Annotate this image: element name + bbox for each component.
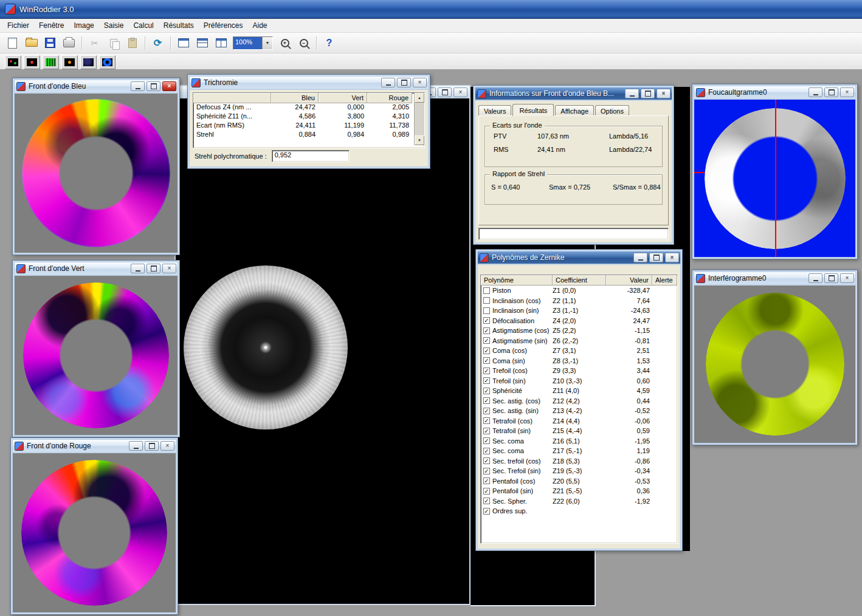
cascade-windows-button[interactable] <box>174 35 192 52</box>
minimize-button[interactable] <box>381 78 395 87</box>
maximize-button[interactable] <box>147 81 160 91</box>
maximize-button[interactable] <box>824 273 838 283</box>
minimize-button[interactable] <box>131 264 145 273</box>
zernike-row[interactable]: ✓DéfocalisationZ4 (2,0)24,47 <box>481 316 677 326</box>
close-button[interactable]: × <box>162 81 176 91</box>
zernike-row[interactable]: ✓Sec. Spher.Z22 (6,0)-1,92 <box>481 496 677 507</box>
zernike-checkbox[interactable]: ✓ <box>483 488 490 495</box>
window-titlebar[interactable]: Trichromie × <box>190 77 428 89</box>
image-tool-button-4[interactable] <box>61 55 78 69</box>
copy-button[interactable] <box>105 35 122 52</box>
zernike-checkbox[interactable]: ✓ <box>483 508 490 515</box>
tile-horizontal-button[interactable] <box>193 35 211 52</box>
zernike-row[interactable]: ✓Tetrafoil (cos)Z14 (4,4)-0,06 <box>481 416 677 426</box>
close-button[interactable]: × <box>657 89 671 98</box>
zernike-checkbox[interactable]: ✓ <box>483 388 490 394</box>
refresh-button[interactable]: ⟳ <box>149 35 167 52</box>
minimize-button[interactable] <box>809 87 822 97</box>
column-header-alerte[interactable]: Alerte <box>652 275 677 286</box>
close-button[interactable]: × <box>162 264 176 273</box>
window-titlebar[interactable]: Informations sur Front d'onde Bleu B... … <box>475 87 672 100</box>
window-titlebar[interactable]: Front d'onde Bleu × <box>15 80 178 92</box>
zoom-out-button[interactable]: − <box>295 35 312 52</box>
zernike-row[interactable]: ✓Sec. comaZ16 (5,1)-1,95 <box>481 436 677 447</box>
zernike-checkbox[interactable] <box>483 287 490 294</box>
print-button[interactable] <box>60 35 78 52</box>
cut-button[interactable]: ✂ <box>86 35 103 52</box>
zernike-row[interactable]: ✓Astigmatisme (sin)Z6 (2,-2)-0,81 <box>481 336 677 346</box>
menu-item-aide[interactable]: Aide <box>248 19 272 32</box>
zernike-checkbox[interactable]: ✓ <box>483 317 490 324</box>
open-button[interactable] <box>22 35 40 52</box>
maximize-button[interactable] <box>824 87 838 97</box>
maximize-button[interactable] <box>649 253 663 262</box>
window-titlebar[interactable]: Interférogramme0 × <box>694 272 855 284</box>
minimize-button[interactable] <box>131 81 145 91</box>
zernike-row[interactable]: ✓Pentafoil (cos)Z20 (5,5)-0,53 <box>481 476 677 487</box>
menu-item-image[interactable]: Image <box>69 19 98 32</box>
trichromie-row[interactable]: Ecart (nm RMS)24,41111,19911,738 <box>193 121 424 131</box>
close-button[interactable]: × <box>840 87 854 97</box>
zoom-combobox[interactable]: 100% ▼ <box>233 36 273 50</box>
column-header-valeur[interactable]: Valeur <box>606 275 652 286</box>
menu-item-saisie[interactable]: Saisie <box>99 19 129 32</box>
menu-item-resultats[interactable]: Résultats <box>159 19 199 32</box>
tile-vertical-button[interactable] <box>212 35 230 52</box>
zernike-checkbox[interactable]: ✓ <box>483 347 490 354</box>
strehl-poly-field[interactable]: 0,952 <box>272 150 350 162</box>
zernike-checkbox[interactable]: ✓ <box>483 437 490 444</box>
menu-item-calcul[interactable]: Calcul <box>128 19 158 32</box>
close-button[interactable]: × <box>453 87 467 97</box>
window-titlebar[interactable]: Polynômes de Zernike × <box>478 252 680 264</box>
maximize-button[interactable] <box>641 89 655 98</box>
minimize-button[interactable] <box>129 441 143 451</box>
help-button[interactable]: ? <box>320 35 338 52</box>
zernike-row[interactable]: ✓Trefoil (sin)Z10 (3,-3)0,60 <box>481 376 677 386</box>
window-titlebar[interactable]: Front d'onde Rouge × <box>13 440 176 452</box>
scroll-up-icon[interactable]: ▲ <box>415 93 424 103</box>
minimize-button[interactable] <box>809 273 822 283</box>
tab-valeurs[interactable]: Valeurs <box>478 105 511 116</box>
zernike-checkbox[interactable]: ✓ <box>483 428 490 434</box>
zernike-checkbox[interactable]: ✓ <box>483 368 490 374</box>
column-header-rouge[interactable]: Rouge <box>367 93 412 103</box>
maximize-button[interactable] <box>147 264 160 273</box>
zernike-row[interactable]: ✓Coma (cos)Z7 (3,1)2,51 <box>481 346 677 356</box>
maximize-button[interactable] <box>397 78 411 87</box>
image-tool-button-6[interactable] <box>99 55 116 69</box>
trichromie-row[interactable]: Defocus Z4 (nm ...24,4720,0002,005 <box>193 103 424 112</box>
zernike-row[interactable]: PistonZ1 (0,0)-328,47 <box>481 286 677 296</box>
menu-item-preferences[interactable]: Préférences <box>199 19 248 32</box>
window-titlebar[interactable]: Foucaultgramme0 × <box>694 86 855 98</box>
column-header[interactable] <box>193 93 271 103</box>
zernike-checkbox[interactable]: ✓ <box>483 377 490 384</box>
maximize-button[interactable] <box>145 441 159 451</box>
column-header-bleu[interactable]: Bleu <box>271 93 319 103</box>
zernike-checkbox[interactable]: ✓ <box>483 468 490 474</box>
image-tool-button-2[interactable] <box>24 55 40 69</box>
close-button[interactable]: × <box>840 273 854 283</box>
zernike-checkbox[interactable]: ✓ <box>483 337 490 344</box>
chevron-down-icon[interactable]: ▼ <box>262 37 272 49</box>
zernike-checkbox[interactable]: ✓ <box>483 498 490 504</box>
minimize-button[interactable] <box>633 253 647 262</box>
menu-item-fenetre[interactable]: Fenêtre <box>34 19 69 32</box>
image-tool-button-3[interactable] <box>43 55 59 69</box>
new-button[interactable] <box>4 35 21 52</box>
minimize-button[interactable] <box>625 89 639 98</box>
zernike-checkbox[interactable] <box>483 297 490 304</box>
menu-item-fichier[interactable]: Fichier <box>2 19 34 32</box>
trichromie-row[interactable]: Strehl0,8840,9840,989 <box>193 131 424 140</box>
zernike-row[interactable]: ✓SphéricitéZ11 (4,0)4,59 <box>481 386 677 396</box>
tab-options[interactable]: Options <box>595 105 629 116</box>
tab-resultats[interactable]: Résultats <box>512 104 554 116</box>
zernike-row[interactable]: ✓Ordres sup. <box>481 506 677 516</box>
zernike-row[interactable]: ✓Trefoil (cos)Z9 (3,3)3,44 <box>481 366 677 376</box>
zernike-row[interactable]: Inclinaison (cos)Z2 (1,1)7,64 <box>481 296 677 306</box>
paste-button[interactable] <box>123 35 141 52</box>
close-button[interactable]: × <box>665 253 679 262</box>
zernike-row[interactable]: ✓Coma (sin)Z8 (3,-1)1,53 <box>481 356 677 366</box>
zernike-row[interactable]: ✓Sec. trefoil (cos)Z18 (5,3)-0,86 <box>481 456 677 467</box>
zernike-row[interactable]: ✓Sec. Trefoil (sin)Z19 (5,-3)-0,34 <box>481 466 677 476</box>
image-tool-button-5[interactable] <box>80 55 97 69</box>
